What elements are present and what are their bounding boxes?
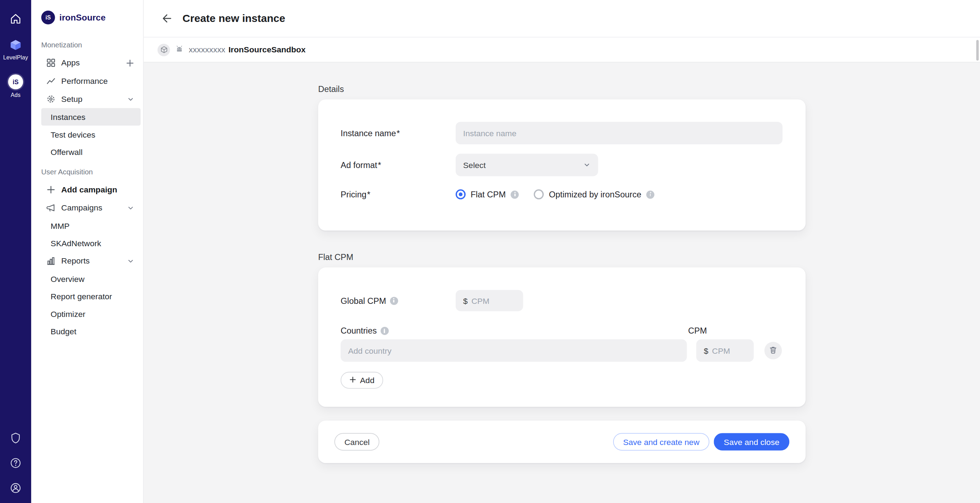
- section-label-monetization: Monetization: [31, 41, 143, 49]
- countries-header-row: Countries CPM: [341, 326, 783, 335]
- global-cpm-input[interactable]: [471, 296, 515, 305]
- app-name: IronSourceSandbox: [229, 45, 305, 54]
- countries-label: Countries: [341, 326, 389, 335]
- country-field-wrap: [341, 339, 687, 362]
- app-id: xxxxxxxxx: [189, 45, 225, 54]
- ironsource-logo[interactable]: iS ironSource: [31, 10, 143, 25]
- sidebar: iS ironSource Monetization Apps Performa…: [31, 0, 144, 503]
- info-icon[interactable]: [511, 190, 519, 199]
- info-icon[interactable]: [390, 296, 398, 304]
- sidebar-item-budget[interactable]: Budget: [31, 323, 143, 340]
- flat-cpm-card: Global CPM $ Countries CPM: [318, 267, 806, 407]
- app-cube-icon: [158, 43, 170, 56]
- ironsource-ads-icon: iS: [8, 74, 23, 89]
- content-area: Details Instance name* Ad format*: [144, 63, 980, 503]
- sidebar-item-campaigns[interactable]: Campaigns: [31, 199, 143, 217]
- section-label-user-acquisition: User Acquisition: [31, 168, 143, 175]
- page-header: Create new instance: [144, 0, 980, 38]
- back-button[interactable]: [158, 10, 175, 27]
- country-cpm-input[interactable]: [712, 346, 746, 355]
- country-cpm-field-wrap: $: [696, 339, 754, 362]
- sidebar-item-label: Add campaign: [61, 185, 117, 194]
- sidebar-item-add-campaign[interactable]: Add campaign: [31, 181, 143, 199]
- sidebar-item-label: Overview: [51, 274, 84, 283]
- ad-format-selected-value: Select: [463, 160, 486, 169]
- sidebar-item-performance[interactable]: Performance: [31, 72, 143, 90]
- instance-name-input[interactable]: [463, 128, 775, 138]
- footer-actions: Save and create new Save and close: [613, 433, 789, 450]
- info-icon[interactable]: [646, 190, 654, 199]
- form-container: Details Instance name* Ad format*: [318, 84, 806, 463]
- radio-label: Flat CPM: [471, 189, 506, 199]
- instance-name-label: Instance name*: [341, 128, 456, 138]
- rail-levelplay-label: LevelPlay: [3, 54, 28, 61]
- performance-chart-icon: [46, 76, 56, 86]
- sidebar-item-reports[interactable]: Reports: [31, 252, 143, 270]
- global-cpm-row: Global CPM $: [341, 290, 783, 311]
- gear-icon: [46, 94, 56, 103]
- brand-name: ironSource: [59, 13, 106, 22]
- details-section-label: Details: [318, 84, 806, 93]
- ironsource-logo-icon: iS: [41, 11, 55, 24]
- radio-flat-cpm[interactable]: Flat CPM: [456, 189, 519, 199]
- sidebar-item-label: Budget: [51, 326, 76, 336]
- pricing-row: Pricing* Flat CPM Optimized by ironSourc…: [341, 189, 783, 199]
- android-icon: [175, 44, 184, 56]
- plus-icon: [350, 376, 356, 385]
- save-and-close-button[interactable]: Save and close: [714, 433, 790, 450]
- save-and-create-new-button[interactable]: Save and create new: [613, 433, 710, 450]
- app-selector[interactable]: xxxxxxxxx IronSourceSandbox: [144, 38, 980, 63]
- sidebar-item-optimizer[interactable]: Optimizer: [31, 305, 143, 322]
- trash-icon: [769, 345, 778, 356]
- vertical-scrollbar[interactable]: [976, 40, 978, 60]
- help-icon[interactable]: [9, 457, 22, 471]
- account-icon[interactable]: [9, 482, 22, 497]
- chevron-down-icon: [583, 161, 590, 169]
- apps-grid-icon: [46, 58, 56, 67]
- info-icon[interactable]: [380, 327, 388, 335]
- sidebar-item-label: SKAdNetwork: [51, 239, 101, 248]
- form-footer: Cancel Save and create new Save and clos…: [318, 420, 806, 463]
- add-country-input[interactable]: [348, 346, 679, 355]
- sidebar-item-instances[interactable]: Instances: [41, 108, 141, 126]
- sidebar-item-overview[interactable]: Overview: [31, 270, 143, 287]
- sidebar-item-label: Offerwall: [51, 147, 83, 156]
- home-icon: [9, 13, 22, 25]
- cancel-button[interactable]: Cancel: [334, 433, 380, 450]
- sidebar-item-label: MMP: [51, 221, 70, 230]
- required-mark: *: [396, 128, 400, 138]
- chevron-down-icon: [127, 204, 134, 212]
- radio-unselected-icon: [534, 189, 544, 199]
- add-button-label: Add: [360, 376, 375, 385]
- currency-symbol: $: [704, 346, 708, 355]
- sidebar-item-apps[interactable]: Apps: [31, 54, 143, 72]
- add-country-button[interactable]: Add: [341, 372, 383, 389]
- radio-optimized[interactable]: Optimized by ironSource: [534, 189, 654, 199]
- sidebar-item-setup[interactable]: Setup: [31, 90, 143, 108]
- shield-icon[interactable]: [9, 432, 22, 447]
- app-root: LevelPlay iS Ads iS ironSource Monetizat…: [0, 0, 980, 503]
- rail-item-home[interactable]: [9, 13, 22, 25]
- chevron-down-icon: [127, 257, 134, 264]
- sidebar-item-label: Apps: [61, 58, 80, 67]
- flat-cpm-section-label: Flat CPM: [318, 253, 806, 262]
- rail-item-ads[interactable]: iS Ads: [8, 74, 23, 98]
- ad-format-row: Ad format* Select: [341, 154, 783, 177]
- megaphone-icon: [46, 203, 56, 212]
- radio-label: Optimized by ironSource: [549, 189, 641, 199]
- sidebar-item-offerwall[interactable]: Offerwall: [31, 143, 143, 161]
- ad-format-select[interactable]: Select: [456, 154, 598, 177]
- country-cpm-row: $: [341, 339, 783, 362]
- rail-item-levelplay[interactable]: LevelPlay: [3, 38, 28, 61]
- sidebar-item-test-devices[interactable]: Test devices: [31, 126, 143, 143]
- add-app-button[interactable]: [126, 58, 134, 67]
- sidebar-item-report-generator[interactable]: Report generator: [31, 288, 143, 305]
- rail-bottom: [9, 432, 22, 497]
- currency-symbol: $: [463, 296, 468, 305]
- sidebar-item-mmp[interactable]: MMP: [31, 217, 143, 234]
- details-card: Instance name* Ad format* Select: [318, 99, 806, 231]
- delete-row-button[interactable]: [765, 342, 782, 359]
- levelplay-cube-icon: [9, 38, 23, 52]
- pricing-radio-group: Flat CPM Optimized by ironSource: [456, 189, 654, 199]
- sidebar-item-skadnetwork[interactable]: SKAdNetwork: [31, 234, 143, 252]
